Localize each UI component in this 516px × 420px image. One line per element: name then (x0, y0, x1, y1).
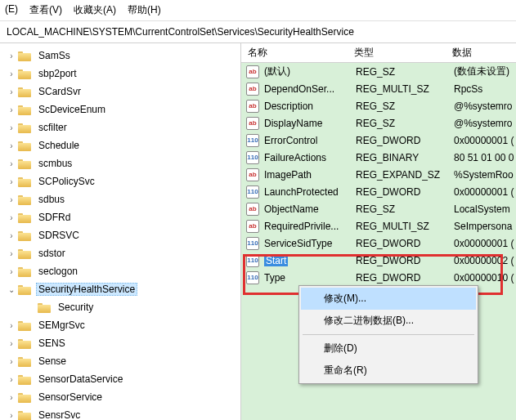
value-row[interactable]: 110TypeREG_DWORD0x00000010 ( (241, 269, 516, 286)
menu-edit[interactable]: (E) (5, 3, 18, 17)
tree-toggle-icon[interactable]: › (7, 195, 16, 204)
value-row[interactable]: 110FailureActionsREG_BINARY80 51 01 00 0 (241, 149, 516, 166)
tree-toggle-icon[interactable]: › (7, 267, 16, 276)
menu-item-modify-binary[interactable]: 修改二进制数据(B)... (301, 310, 476, 332)
column-data[interactable]: 数据 (446, 46, 516, 60)
tree-item-label: Security (56, 301, 96, 314)
tree-item-samss[interactable]: ›SamSs (0, 47, 240, 65)
value-row[interactable]: 110ErrorControlREG_DWORD0x00000001 ( (241, 132, 516, 149)
tree-item-seclogon[interactable]: ›seclogon (0, 262, 240, 280)
value-name: DisplayName (264, 118, 356, 129)
tree-toggle-icon[interactable]: › (7, 87, 16, 96)
folder-icon (18, 391, 31, 403)
registry-tree[interactable]: ›SamSs›sbp2port›SCardSvr›ScDeviceEnum›sc… (0, 43, 241, 420)
tree-toggle-icon[interactable]: ⌄ (7, 285, 16, 294)
menu-item-delete[interactable]: 删除(D) (301, 337, 476, 360)
tree-item-semgrsvc[interactable]: ›SEMgrSvc (0, 316, 240, 334)
tree-item-securityhealthservice[interactable]: ⌄SecurityHealthService (0, 280, 240, 298)
value-data: 0x00000001 ( (454, 186, 516, 198)
menu-item-modify[interactable]: 修改(M)... (301, 288, 476, 310)
value-row[interactable]: 110StartREG_DWORD0x00000002 ( (241, 252, 516, 269)
value-data: 80 51 01 00 0 (454, 152, 516, 163)
value-row[interactable]: 110ServiceSidTypeREG_DWORD0x00000001 ( (241, 235, 516, 252)
tree-toggle-icon[interactable]: › (7, 231, 16, 240)
value-type: REG_DWORD (356, 272, 454, 284)
binary-value-icon: 110 (246, 254, 259, 267)
value-row[interactable]: abDependOnSer...REG_MULTI_SZRpcSs (241, 80, 516, 97)
tree-toggle-icon[interactable]: › (7, 213, 16, 222)
value-type: REG_EXPAND_SZ (356, 169, 454, 181)
column-name[interactable]: 名称 (241, 46, 348, 60)
binary-value-icon: 110 (246, 185, 259, 199)
value-row[interactable]: abObjectNameREG_SZLocalSystem (241, 200, 516, 217)
string-value-icon: ab (246, 100, 259, 113)
folder-icon (18, 230, 31, 241)
tree-item-label: ScDeviceEnum (36, 103, 108, 116)
menu-favorites[interactable]: 收藏夹(A) (74, 3, 116, 17)
tree-item-scmbus[interactable]: ›scmbus (0, 154, 240, 172)
tree-item-sdfrd[interactable]: ›SDFRd (0, 208, 240, 226)
folder-icon (18, 355, 31, 367)
binary-value-icon: 110 (246, 271, 259, 284)
value-row[interactable]: abDisplayNameREG_SZ@%systemro (241, 114, 516, 132)
tree-item-label: SensrSvc (36, 409, 83, 420)
tree-toggle-icon[interactable]: › (7, 249, 16, 258)
tree-toggle-icon[interactable]: › (7, 159, 16, 168)
tree-item-sdstor[interactable]: ›sdstor (0, 244, 240, 262)
value-type: REG_MULTI_SZ (356, 83, 454, 95)
tree-item-sbp2port[interactable]: ›sbp2port (0, 65, 240, 83)
value-type: REG_MULTI_SZ (356, 221, 454, 232)
value-row[interactable]: abImagePathREG_EXPAND_SZ%SystemRoo (241, 166, 516, 183)
tree-item-sensorservice[interactable]: ›SensorService (0, 388, 240, 406)
tree-item-label: scmbus (36, 157, 74, 170)
tree-item-sensordataservice[interactable]: ›SensorDataService (0, 370, 240, 388)
tree-item-scfilter[interactable]: ›scfilter (0, 118, 240, 136)
value-type: REG_SZ (356, 118, 454, 129)
string-value-icon: ab (246, 83, 259, 96)
address-bar[interactable]: LOCAL_MACHINE\SYSTEM\CurrentControlSet\S… (0, 21, 516, 43)
value-data: @%systemro (454, 118, 516, 129)
tree-item-scardsvr[interactable]: ›SCardSvr (0, 83, 240, 101)
menu-item-rename[interactable]: 重命名(R) (301, 360, 476, 382)
tree-item-security[interactable]: Security (0, 298, 240, 316)
tree-toggle-icon[interactable]: › (7, 177, 16, 186)
tree-toggle-icon[interactable]: › (7, 411, 16, 420)
tree-toggle-icon[interactable]: › (7, 357, 16, 366)
tree-toggle-icon[interactable]: › (7, 51, 16, 60)
tree-item-schedule[interactable]: ›Schedule (0, 136, 240, 154)
value-data: 0x00000010 ( (454, 272, 516, 284)
menu-help[interactable]: 帮助(H) (128, 3, 161, 17)
tree-item-sense[interactable]: ›Sense (0, 352, 240, 370)
tree-toggle-icon[interactable]: › (7, 339, 16, 348)
column-type[interactable]: 类型 (348, 46, 446, 60)
value-type: REG_DWORD (356, 238, 454, 249)
tree-toggle-icon[interactable]: › (7, 375, 16, 384)
tree-item-label: Schedule (36, 139, 82, 152)
tree-item-scdeviceenum[interactable]: ›ScDeviceEnum (0, 101, 240, 118)
context-menu: 修改(M)... 修改二进制数据(B)... 删除(D) 重命名(R) (298, 285, 478, 384)
menu-view[interactable]: 查看(V) (29, 3, 62, 17)
folder-icon (18, 194, 31, 205)
value-data: RpcSs (454, 83, 516, 95)
string-value-icon: ab (246, 203, 259, 216)
tree-toggle-icon[interactable]: › (7, 105, 16, 114)
value-row[interactable]: ab(默认)REG_SZ(数值未设置) (241, 63, 516, 80)
tree-item-sdrsvc[interactable]: ›SDRSVC (0, 226, 240, 244)
value-row[interactable]: 110LaunchProtectedREG_DWORD0x00000001 ( (241, 183, 516, 200)
tree-toggle-icon[interactable]: › (7, 141, 16, 150)
tree-item-scpolicysvc[interactable]: ›SCPolicySvc (0, 172, 240, 190)
value-list-pane: 名称 类型 数据 ab(默认)REG_SZ(数值未设置)abDependOnSe… (241, 43, 516, 420)
tree-toggle-icon[interactable]: › (7, 321, 16, 330)
tree-item-sdbus[interactable]: ›sdbus (0, 190, 240, 208)
tree-item-sens[interactable]: ›SENS (0, 334, 240, 352)
tree-toggle-icon[interactable]: › (7, 393, 16, 402)
value-name: Type (264, 272, 356, 284)
tree-item-label: SensorService (36, 391, 105, 404)
folder-icon (18, 373, 31, 385)
value-row[interactable]: abRequiredPrivile...REG_MULTI_SZSeImpers… (241, 217, 516, 235)
tree-toggle-icon[interactable]: › (7, 69, 16, 78)
value-type: REG_DWORD (356, 135, 454, 146)
tree-item-sensrsvc[interactable]: ›SensrSvc (0, 406, 240, 420)
tree-toggle-icon[interactable]: › (7, 123, 16, 132)
value-row[interactable]: abDescriptionREG_SZ@%systemro (241, 97, 516, 114)
